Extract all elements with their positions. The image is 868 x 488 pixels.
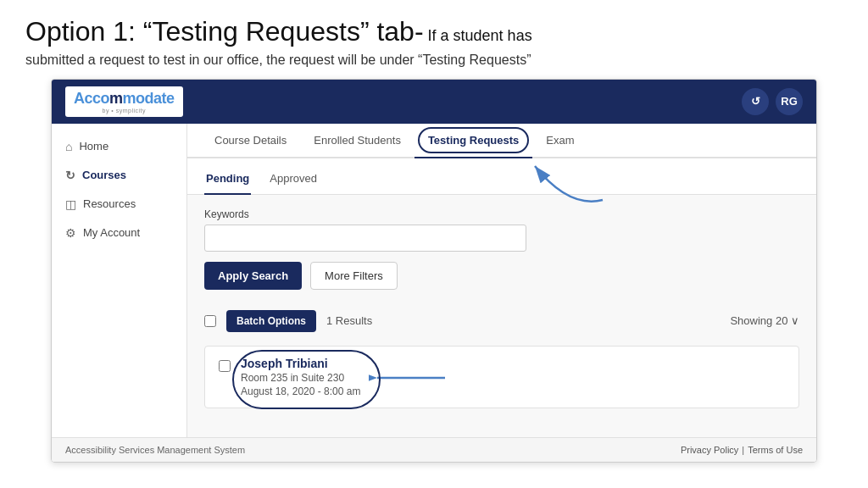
user-avatar-button[interactable]: RG [776,88,803,115]
logo-text: Accommodate [74,90,175,108]
content-body: Keywords Apply Search More Filters Batch… [187,195,816,437]
student-arrow-annotation [369,365,453,391]
account-icon: ⚙ [65,226,76,240]
results-table: Joseph Tribiani Room 235 in Suite 230 Au… [204,346,799,408]
student-detail2: August 18, 2020 - 8:00 am [241,385,360,397]
sidebar-item-myaccount[interactable]: ⚙ My Account [52,219,186,247]
apply-search-button[interactable]: Apply Search [204,262,302,290]
results-header: Batch Options 1 Results Showing 20 ∨ [204,303,799,339]
student-detail1: Room 235 in Suite 230 [241,372,360,384]
row-checkbox[interactable] [219,360,231,372]
button-row: Apply Search More Filters [204,262,799,290]
footer-separator: | [742,445,744,455]
tab-bar: Course Details Enrolled Students Testing… [187,124,816,158]
sidebar-item-resources-label: Resources [83,197,136,210]
results-right: Showing 20 ∨ [730,314,799,327]
sub-tab-approved[interactable]: Approved [268,167,319,195]
keywords-label: Keywords [204,208,799,220]
tab-course-details[interactable]: Course Details [201,124,300,158]
annotation-area: Option 1: “Testing Requests” tab- If a s… [0,0,868,79]
sidebar-item-courses[interactable]: ↻ Courses [52,161,186,190]
privacy-policy-link[interactable]: Privacy Policy [681,445,738,455]
sidebar: ⌂ Home ↻ Courses ◫ Resources ⚙ My Accoun… [52,124,187,437]
logo-sub: by • symplicity [102,108,146,114]
sidebar-item-home[interactable]: ⌂ Home [52,132,186,161]
sidebar-item-account-label: My Account [83,226,140,239]
student-card-wrapper: Joseph Tribiani Room 235 in Suite 230 Au… [241,357,360,397]
resources-icon: ◫ [65,197,76,211]
tab-exam[interactable]: Exam [532,124,587,158]
logo-area: Accommodate by • symplicity [65,86,183,117]
sidebar-item-resources[interactable]: ◫ Resources [52,190,186,219]
content-area: Course Details Enrolled Students Testing… [187,124,816,437]
main-layout: ⌂ Home ↻ Courses ◫ Resources ⚙ My Accoun… [52,124,816,437]
annotation-title: Option 1: “Testing Requests” tab- If a s… [25,15,843,47]
tab-section: Course Details Enrolled Students Testing… [187,124,816,158]
showing-value: 20 [776,314,787,327]
select-all-checkbox[interactable] [204,315,216,327]
tab-enrolled-students[interactable]: Enrolled Students [300,124,415,158]
student-name: Joseph Tribiani [241,357,360,370]
chevron-down-icon[interactable]: ∨ [791,314,799,327]
footer-links: Privacy Policy | Terms of Use [681,445,803,455]
sub-tab-bar: Pending Approved [187,158,816,195]
refresh-button[interactable]: ↺ [742,88,769,115]
keywords-input[interactable] [204,225,526,252]
sidebar-item-courses-label: Courses [82,169,126,181]
top-nav: Accommodate by • symplicity ↺ RG [52,80,816,124]
app-footer: Accessibility Services Management System… [52,437,816,462]
results-left: Batch Options 1 Results [204,310,372,332]
terms-of-use-link[interactable]: Terms of Use [748,445,803,455]
keywords-group: Keywords [204,208,799,252]
nav-icons: ↺ RG [742,88,803,115]
tab-testing-requests[interactable]: Testing Requests [415,124,532,158]
app-container: Accommodate by • symplicity ↺ RG ⌂ Home … [51,79,817,463]
batch-options-button[interactable]: Batch Options [226,310,316,332]
annotation-subtitle: submitted a request to test in our offic… [25,51,843,69]
more-filters-button[interactable]: More Filters [310,262,398,290]
footer-system-name: Accessibility Services Management System [65,445,245,455]
app-wrapper: Accommodate by • symplicity ↺ RG ⌂ Home … [25,79,843,463]
student-info: Joseph Tribiani Room 235 in Suite 230 Au… [241,357,360,397]
home-icon: ⌂ [65,140,72,153]
results-count: 1 Results [326,314,372,327]
table-row: Joseph Tribiani Room 235 in Suite 230 Au… [205,347,798,408]
courses-icon: ↻ [65,169,75,182]
sidebar-item-home-label: Home [79,140,108,152]
sub-tab-pending[interactable]: Pending [204,167,251,195]
showing-label: Showing [730,314,772,327]
